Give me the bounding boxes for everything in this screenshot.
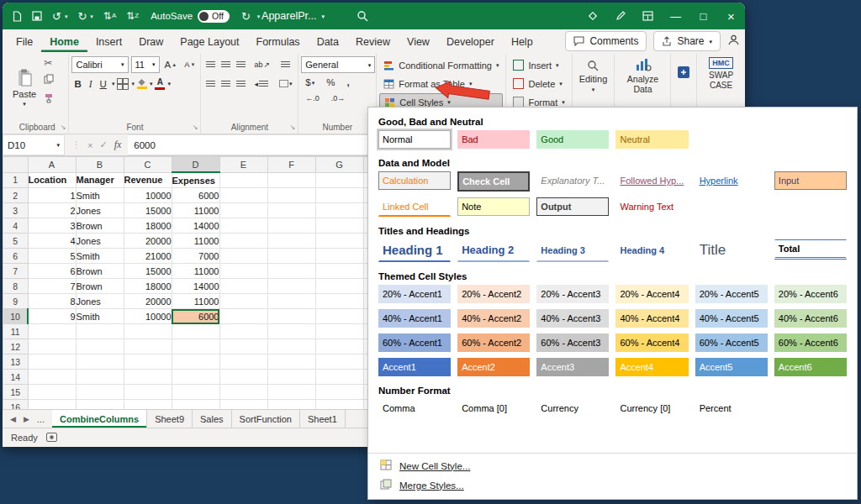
insert-cells-button[interactable]: Insert▾ xyxy=(509,56,569,74)
ribbon-tab-file[interactable]: File xyxy=(8,32,41,52)
cell-E16[interactable] xyxy=(219,400,267,410)
cell-B16[interactable] xyxy=(76,400,124,410)
cell-C11[interactable] xyxy=(124,324,172,339)
cell-E8[interactable] xyxy=(219,279,267,294)
cell-D4[interactable]: 14000 xyxy=(172,218,219,234)
cell-D16[interactable] xyxy=(172,400,219,410)
cell-B5[interactable]: Jones xyxy=(76,234,124,249)
cell-C8[interactable]: 18000 xyxy=(124,279,172,294)
wrap-text-icon[interactable] xyxy=(278,60,293,69)
cell-F13[interactable] xyxy=(267,354,315,370)
cell-G6[interactable] xyxy=(315,249,363,264)
column-header-B[interactable]: B xyxy=(76,157,124,173)
cell-G12[interactable] xyxy=(315,339,363,354)
cell-A11[interactable] xyxy=(28,324,76,339)
cell-E12[interactable] xyxy=(219,339,267,354)
ribbon-tab-data[interactable]: Data xyxy=(309,32,347,52)
swap-case-button[interactable]: HMC SWAP CASE xyxy=(700,55,742,92)
cell-G9[interactable] xyxy=(315,294,363,309)
row-header-11[interactable]: 11 xyxy=(3,324,29,339)
decrease-decimal-button[interactable]: .0→ xyxy=(329,93,348,103)
new-cell-style-item[interactable]: New Cell Style... xyxy=(368,456,857,475)
sheet-tab-combinecolumns[interactable]: CombineColumns xyxy=(52,410,147,428)
row-header-8[interactable]: 8 xyxy=(3,279,29,294)
cell-B7[interactable]: Brown xyxy=(76,264,124,279)
cell-B10[interactable]: Smith xyxy=(76,309,124,324)
cell-F3[interactable] xyxy=(267,203,315,218)
cell-style-40-accent1[interactable]: 40% - Accent1 xyxy=(378,309,451,328)
fill-color-icon[interactable] xyxy=(137,79,147,89)
cell-A16[interactable] xyxy=(28,400,76,410)
cell-E6[interactable] xyxy=(219,249,267,264)
cell-C13[interactable] xyxy=(124,354,172,370)
analyze-data-button[interactable]: Analyze Data xyxy=(617,55,669,96)
row-header-7[interactable]: 7 xyxy=(3,264,29,279)
cell-A13[interactable] xyxy=(28,354,76,370)
cell-A4[interactable]: 3 xyxy=(28,218,76,234)
column-header-E[interactable]: E xyxy=(219,157,267,173)
cell-A3[interactable]: 2 xyxy=(28,203,76,218)
column-header-C[interactable]: C xyxy=(124,157,172,173)
format-painter-icon[interactable] xyxy=(44,92,54,107)
comments-button[interactable]: Comments xyxy=(565,31,647,51)
cell-G10[interactable] xyxy=(315,309,363,324)
column-header-A[interactable]: A xyxy=(28,157,76,173)
prev-sheet-icon[interactable]: ◀ xyxy=(10,415,16,423)
merge-styles-item[interactable]: Merge Styles... xyxy=(368,475,857,495)
cell-F7[interactable] xyxy=(267,264,315,279)
cell-D8[interactable]: 14000 xyxy=(172,279,219,294)
cell-style-20-accent6[interactable]: 20% - Accent6 xyxy=(774,285,847,303)
cell-D13[interactable] xyxy=(172,354,219,370)
cell-style-comma[interactable]: Comma xyxy=(378,399,451,417)
cell-G13[interactable] xyxy=(315,354,363,370)
cell-style-heading-2[interactable]: Heading 2 xyxy=(457,239,530,262)
conditional-formatting-button[interactable]: Conditional Formatting▾ xyxy=(379,56,503,74)
chevron-down-icon[interactable]: ▾ xyxy=(150,81,153,87)
chevron-down-icon[interactable]: ▾ xyxy=(167,81,171,87)
cell-C6[interactable]: 21000 xyxy=(124,249,172,264)
ribbon-tab-page-layout[interactable]: Page Layout xyxy=(172,32,247,52)
cell-C10[interactable]: 10000 xyxy=(124,309,172,324)
diamond-icon[interactable] xyxy=(578,3,606,29)
cell-style-60-accent3[interactable]: 60% - Accent3 xyxy=(536,333,609,352)
cell-A15[interactable] xyxy=(28,385,76,400)
cell-G8[interactable] xyxy=(315,279,363,294)
document-title[interactable]: ApparelPr...▾ xyxy=(261,10,325,22)
copy-icon[interactable] xyxy=(44,72,54,87)
cell-style-output[interactable]: Output xyxy=(536,197,609,216)
align-center-icon[interactable] xyxy=(221,81,230,87)
cell-style-60-accent2[interactable]: 60% - Accent2 xyxy=(457,333,530,352)
cell-C3[interactable]: 15000 xyxy=(124,203,172,218)
underline-button[interactable]: U xyxy=(98,78,109,90)
cell-style-neutral[interactable]: Neutral xyxy=(615,130,688,149)
row-header-4[interactable]: 4 xyxy=(3,218,29,234)
cell-D5[interactable]: 11000 xyxy=(172,234,219,249)
increase-decimal-button[interactable]: ←.0 xyxy=(303,93,322,103)
cell-style-60-accent6[interactable]: 60% - Accent6 xyxy=(774,333,847,352)
cell-D14[interactable] xyxy=(172,370,219,385)
cell-G14[interactable] xyxy=(315,370,363,385)
cell-C2[interactable]: 10000 xyxy=(124,188,172,203)
cell-G7[interactable] xyxy=(315,264,363,279)
sheet-tab-sortfunction[interactable]: SortFunction xyxy=(232,410,300,428)
cell-style-accent6[interactable]: Accent6 xyxy=(774,358,847,376)
decrease-indent-icon[interactable]: ◂ xyxy=(251,79,271,89)
minimize-button[interactable]: — xyxy=(662,3,689,29)
cell-D10[interactable]: 6000 xyxy=(172,309,219,324)
close-button[interactable]: × xyxy=(717,3,745,29)
editing-button[interactable]: Editing ▾ xyxy=(575,55,610,92)
cell-style-20-accent2[interactable]: 20% - Accent2 xyxy=(457,285,530,303)
cell-style-heading-4[interactable]: Heading 4 xyxy=(615,239,688,261)
cell-B6[interactable]: Smith xyxy=(76,249,124,264)
cell-D3[interactable]: 11000 xyxy=(172,203,219,218)
cell-F15[interactable] xyxy=(267,385,315,400)
column-header-F[interactable]: F xyxy=(267,157,315,173)
cell-style-heading-1[interactable]: Heading 1 xyxy=(378,239,451,262)
cell-B14[interactable] xyxy=(76,370,124,385)
cell-C14[interactable] xyxy=(124,370,172,385)
column-header-D[interactable]: D xyxy=(172,157,219,173)
cell-F14[interactable] xyxy=(267,370,315,385)
sheet-tab-sheet9[interactable]: Sheet9 xyxy=(147,410,193,428)
ribbon-tab-formulas[interactable]: Formulas xyxy=(248,32,309,52)
ribbon-tab-help[interactable]: Help xyxy=(503,32,541,52)
